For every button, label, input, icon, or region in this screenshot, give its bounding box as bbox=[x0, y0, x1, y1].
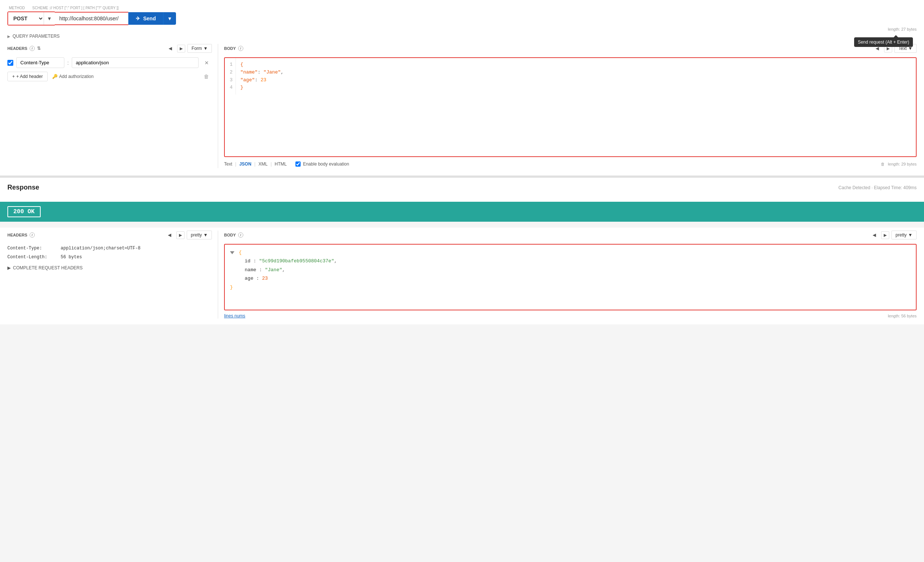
method-dropdown-button[interactable]: ▼ bbox=[44, 12, 55, 25]
body-length-info: length: 29 bytes bbox=[888, 162, 916, 166]
response-headers-format-button[interactable]: pretty ▼ bbox=[187, 230, 212, 239]
response-header-content-length: Content-Length: 56 bytes bbox=[8, 253, 212, 262]
body-format-tabs: Text | JSON | XML | HTML Enable body eva… bbox=[224, 161, 349, 167]
collapse-icon[interactable] bbox=[230, 250, 239, 255]
headers-title: HEADERS bbox=[8, 46, 27, 51]
response-headers-info-icon: i bbox=[30, 232, 35, 238]
response-header-content-length-key: Content-Length: bbox=[8, 253, 59, 262]
response-headers-title: HEADERS bbox=[8, 233, 27, 237]
headers-expand-right-button[interactable]: ▶ bbox=[177, 45, 185, 52]
add-authorization-button[interactable]: 🔑 Add authorization bbox=[48, 72, 98, 81]
send-tooltip: Send request (Alt + Enter) bbox=[854, 37, 913, 47]
response-header-content-type-key: Content-Type: bbox=[8, 244, 59, 253]
response-body-info-icon: i bbox=[238, 232, 243, 238]
line-numbers: 1234 bbox=[225, 58, 236, 94]
body-editor[interactable]: 1234 { "name": "Jane", "age": 23 } bbox=[224, 57, 916, 157]
response-body-length-info: length: 56 bytes bbox=[888, 314, 916, 318]
body-tab-html[interactable]: HTML bbox=[275, 161, 287, 167]
header-key-input[interactable] bbox=[16, 57, 64, 68]
header-colon: : bbox=[67, 60, 69, 66]
headers-format-chevron-icon: ▼ bbox=[203, 46, 208, 51]
send-dropdown-button[interactable]: ▼ bbox=[163, 12, 176, 25]
response-headers-expand-right-button[interactable]: ▶ bbox=[176, 231, 184, 239]
headers-collapse-left-button[interactable]: ◀ bbox=[166, 44, 175, 52]
url-input[interactable] bbox=[55, 12, 128, 25]
url-length-info: length: 27 bytes bbox=[8, 27, 916, 31]
response-body-format-chevron-icon: ▼ bbox=[908, 232, 912, 238]
response-headers-format-chevron-icon: ▼ bbox=[203, 232, 208, 238]
headers-sort-icon[interactable]: ⇅ bbox=[37, 46, 40, 51]
enable-body-eval-checkbox[interactable] bbox=[296, 161, 301, 167]
scheme-label: SCHEME :// HOST [":" PORT ] [ PATH ["?" … bbox=[32, 6, 119, 10]
header-value-input[interactable] bbox=[72, 57, 198, 68]
add-header-button[interactable]: + + Add header bbox=[8, 72, 48, 81]
complete-request-headers-label: COMPLETE REQUEST HEADERS bbox=[13, 265, 82, 271]
response-header-content-length-value: 56 bytes bbox=[61, 253, 82, 262]
query-params-label: QUERY PARAMETERS bbox=[13, 34, 60, 39]
body-tab-xml[interactable]: XML bbox=[258, 161, 268, 167]
status-badge: 200 OK bbox=[8, 206, 40, 217]
send-button[interactable]: ✈ Send bbox=[128, 12, 163, 25]
response-header-content-type-value: application/json;charset=UTF-8 bbox=[61, 244, 141, 253]
header-row: : ✕ bbox=[8, 57, 212, 68]
body-tab-text[interactable]: Text bbox=[224, 161, 232, 167]
query-params-arrow-icon: ▶ bbox=[8, 34, 10, 39]
method-select[interactable]: POST GET PUT DELETE PATCH bbox=[8, 12, 44, 25]
key-icon: 🔑 bbox=[52, 74, 58, 79]
response-body-code: { id : "5c99d190bafeb9550804c37e", name … bbox=[225, 245, 916, 295]
header-checkbox[interactable] bbox=[8, 60, 13, 66]
query-params-toggle[interactable]: ▶ QUERY PARAMETERS bbox=[8, 31, 916, 41]
response-header-content-type: Content-Type: application/json;charset=U… bbox=[8, 244, 212, 253]
complete-request-headers-toggle[interactable]: ▶ COMPLETE REQUEST HEADERS bbox=[8, 265, 212, 271]
headers-info-icon: i bbox=[30, 46, 35, 51]
response-meta: Cache Detected · Elapsed Time: 409ms bbox=[838, 185, 916, 190]
body-info-icon: i bbox=[238, 46, 243, 51]
response-body-expand-right-button[interactable]: ▶ bbox=[881, 231, 889, 239]
response-body-editor: { id : "5c99d190bafeb9550804c37e", name … bbox=[224, 244, 916, 310]
response-headers-collapse-left-button[interactable]: ◀ bbox=[165, 231, 174, 239]
header-delete-button[interactable]: ✕ bbox=[201, 58, 212, 67]
enable-body-eval-label[interactable]: Enable body evaluation bbox=[296, 161, 349, 167]
complete-request-headers-arrow-icon: ▶ bbox=[8, 265, 11, 271]
response-body-title: BODY bbox=[224, 233, 236, 237]
headers-format-button[interactable]: Form ▼ bbox=[188, 44, 212, 53]
response-body-collapse-left-button[interactable]: ◀ bbox=[870, 231, 879, 239]
plus-icon: + bbox=[12, 74, 15, 79]
body-delete-button[interactable]: 🗑 bbox=[881, 162, 885, 166]
response-headers-table: Content-Type: application/json;charset=U… bbox=[8, 244, 212, 262]
delete-all-headers-button[interactable]: 🗑 bbox=[201, 72, 212, 81]
body-tab-json[interactable]: JSON bbox=[239, 161, 251, 167]
status-bar: 200 OK bbox=[0, 202, 924, 222]
paper-plane-icon: ✈ bbox=[136, 15, 140, 21]
lines-nums-button[interactable]: lines nums bbox=[224, 313, 245, 318]
body-code-content[interactable]: { "name": "Jane", "age": 23 } bbox=[236, 58, 916, 94]
response-title: Response bbox=[8, 184, 39, 191]
body-title: BODY bbox=[224, 46, 236, 51]
method-label: METHOD bbox=[9, 6, 25, 10]
response-body-format-button[interactable]: pretty ▼ bbox=[891, 230, 916, 239]
